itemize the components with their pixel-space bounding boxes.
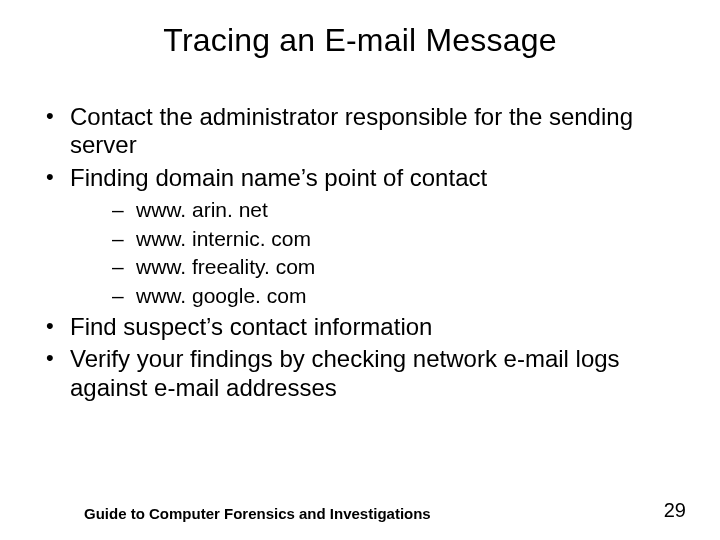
sub-bullet-item: www. freeality. com [108, 255, 680, 280]
sub-bullet-text: www. arin. net [136, 198, 268, 221]
sub-bullet-text: www. internic. com [136, 227, 311, 250]
sub-bullet-text: www. google. com [136, 284, 306, 307]
bullet-text: Verify your findings by checking network… [70, 345, 620, 400]
slide: Tracing an E-mail Message Contact the ad… [0, 0, 720, 540]
footer-text: Guide to Computer Forensics and Investig… [84, 505, 690, 522]
slide-body: Contact the administrator responsible fo… [0, 59, 720, 402]
bullet-text: Finding domain name’s point of contact [70, 164, 487, 191]
bullet-item: Contact the administrator responsible fo… [40, 103, 680, 160]
slide-title: Tracing an E-mail Message [0, 0, 720, 59]
sub-bullet-item: www. arin. net [108, 198, 680, 223]
sub-bullet-item: www. google. com [108, 284, 680, 309]
bullet-text: Find suspect’s contact information [70, 313, 432, 340]
sub-bullet-text: www. freeality. com [136, 255, 315, 278]
bullet-list: Contact the administrator responsible fo… [40, 103, 680, 402]
bullet-item: Finding domain name’s point of contact w… [40, 164, 680, 309]
page-number: 29 [664, 499, 686, 522]
bullet-item: Verify your findings by checking network… [40, 345, 680, 402]
bullet-text: Contact the administrator responsible fo… [70, 103, 633, 158]
sub-bullet-list: www. arin. net www. internic. com www. f… [70, 198, 680, 309]
sub-bullet-item: www. internic. com [108, 227, 680, 252]
bullet-item: Find suspect’s contact information [40, 313, 680, 341]
